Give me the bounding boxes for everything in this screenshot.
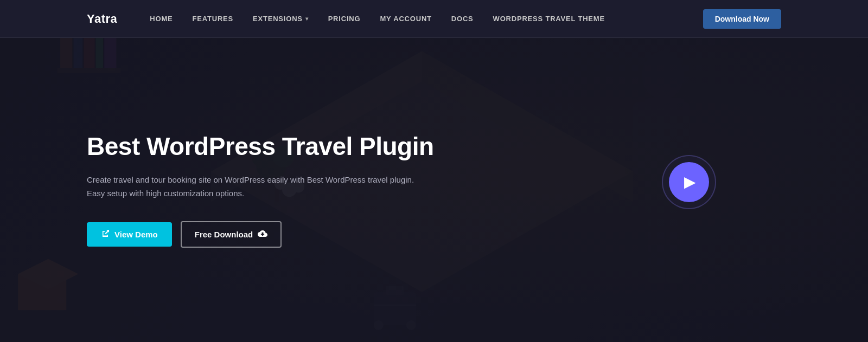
play-button[interactable]: ▶: [669, 162, 709, 202]
nav-home[interactable]: HOME: [150, 15, 173, 23]
nav-my-account[interactable]: MY ACCOUNT: [380, 15, 431, 23]
nav-extensions[interactable]: EXTENSIONS ▾: [253, 15, 309, 23]
nav-docs[interactable]: DOCS: [451, 15, 474, 23]
site-logo[interactable]: Yatra: [87, 12, 117, 26]
play-button-container: ▶: [662, 155, 716, 209]
chevron-down-icon: ▾: [305, 16, 309, 22]
hero-subtitle: Create travel and tour booking site on W…: [87, 173, 434, 201]
download-cloud-icon: [258, 229, 267, 240]
play-icon: ▶: [684, 173, 696, 191]
hero-content: Best WordPress Travel Plugin Create trav…: [0, 38, 868, 342]
hero-buttons: View Demo Free Download: [87, 221, 434, 248]
hero-text-block: Best WordPress Travel Plugin Create trav…: [87, 132, 434, 248]
nav-features[interactable]: FEATURES: [193, 15, 234, 23]
site-header: Yatra HOME FEATURES EXTENSIONS ▾ PRICING…: [0, 0, 868, 38]
view-demo-button[interactable]: View Demo: [87, 222, 172, 247]
nav-download-button[interactable]: Download Now: [703, 9, 781, 29]
free-download-button[interactable]: Free Download: [181, 221, 282, 248]
hero-section: Yatra HOME FEATURES EXTENSIONS ▾ PRICING…: [0, 0, 868, 342]
play-button-outer[interactable]: ▶: [662, 155, 716, 209]
nav-wp-travel-theme[interactable]: WORDPRESS TRAVEL THEME: [493, 15, 605, 23]
external-link-icon: [101, 229, 110, 240]
hero-title: Best WordPress Travel Plugin: [87, 132, 434, 161]
nav-pricing[interactable]: PRICING: [328, 15, 361, 23]
main-nav: HOME FEATURES EXTENSIONS ▾ PRICING MY AC…: [150, 15, 703, 23]
